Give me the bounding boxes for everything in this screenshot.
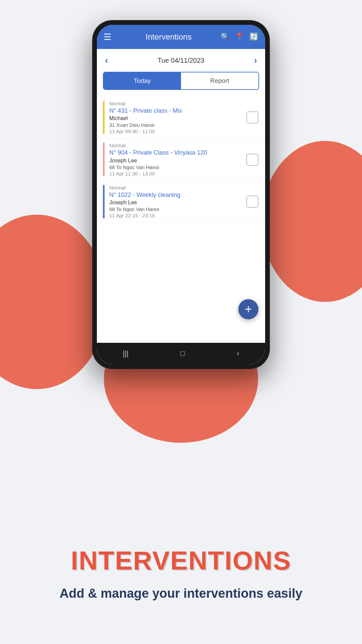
item-title-3: N° 1022 - Weekly cleaning	[109, 191, 246, 199]
add-intervention-button[interactable]: +	[238, 299, 258, 319]
phone-screen: ☰ Interventions 🔍 📍 🔄 ‹ Tue 04/11/2023 ›…	[97, 25, 265, 364]
item-checkbox-1[interactable]	[246, 111, 258, 123]
interventions-list: Normal N° 431 - Private class - Mix Mich…	[97, 95, 265, 224]
item-content-3: Normal N° 1022 - Weekly cleaning Joseph …	[109, 185, 246, 218]
item-time-2: 11 Apr 11:30 - 13:00	[109, 171, 246, 176]
nav-recent-icon[interactable]: |||	[123, 349, 128, 358]
list-item[interactable]: Normal N° 904 - Private Class - Vinyasa …	[97, 139, 265, 180]
nav-home-icon[interactable]: □	[180, 349, 185, 358]
app-bar-icons: 🔍 📍 🔄	[221, 33, 258, 41]
bottom-section: INTERVENTIONS Add & manage your interven…	[0, 503, 362, 644]
item-address-1: 31 Xuan Dieu Hanoi	[109, 122, 246, 128]
item-time-1: 11 Apr 09:30 - 11:00	[109, 128, 246, 134]
tab-bar: Today Report	[103, 72, 259, 90]
phone-frame: ☰ Interventions 🔍 📍 🔄 ‹ Tue 04/11/2023 ›…	[92, 20, 270, 369]
item-content-2: Normal N° 904 - Private Class - Vinyasa …	[109, 143, 246, 176]
item-title-1: N° 431 - Private class - Mix	[109, 107, 246, 115]
current-date: Tue 04/11/2023	[158, 57, 204, 64]
menu-icon[interactable]: ☰	[104, 32, 111, 42]
item-checkbox-3[interactable]	[246, 196, 258, 208]
item-address-2: 68 To Ngoc Van Hanoi	[109, 164, 246, 170]
tab-today[interactable]: Today	[104, 72, 181, 89]
item-content-1: Normal N° 431 - Private class - Mix Mich…	[109, 101, 246, 134]
item-bar-3	[103, 185, 105, 218]
location-icon[interactable]: 📍	[235, 33, 244, 41]
item-title-2: N° 904 - Private Class - Vinyasa 120	[109, 149, 246, 157]
item-type-1: Normal	[109, 101, 246, 106]
background-blob-left	[0, 215, 107, 389]
next-date-button[interactable]: ›	[254, 55, 257, 66]
date-nav: ‹ Tue 04/11/2023 ›	[97, 49, 265, 72]
list-item[interactable]: Normal N° 1022 - Weekly cleaning Joseph …	[97, 181, 265, 223]
tab-report[interactable]: Report	[181, 72, 258, 89]
phone-nav-bar: ||| □ ‹	[97, 343, 265, 364]
item-checkbox-2[interactable]	[246, 154, 258, 166]
item-bar-2	[103, 143, 105, 176]
prev-date-button[interactable]: ‹	[105, 55, 108, 66]
background-blob-right	[261, 141, 362, 302]
list-item[interactable]: Normal N° 431 - Private class - Mix Mich…	[97, 97, 265, 139]
item-bar-1	[103, 101, 105, 134]
app-bar: ☰ Interventions 🔍 📍 🔄	[97, 25, 265, 49]
item-client-3: Joseph Lee	[109, 200, 246, 206]
app-title: Interventions	[117, 32, 221, 42]
item-type-2: Normal	[109, 143, 246, 148]
nav-back-icon[interactable]: ‹	[237, 349, 239, 358]
item-client-1: Michael	[109, 115, 246, 121]
refresh-icon[interactable]: 🔄	[249, 33, 258, 41]
search-icon[interactable]: 🔍	[221, 33, 230, 41]
item-type-3: Normal	[109, 185, 246, 191]
item-time-3: 11 Apr 22:15 - 23:15	[109, 213, 246, 218]
item-client-2: Joseph Lee	[109, 158, 246, 164]
bottom-title: INTERVENTIONS	[71, 545, 291, 576]
item-address-3: 68 To Ngoc Van Hanoi	[109, 206, 246, 212]
bottom-subtitle: Add & manage your interventions easily	[60, 585, 302, 602]
